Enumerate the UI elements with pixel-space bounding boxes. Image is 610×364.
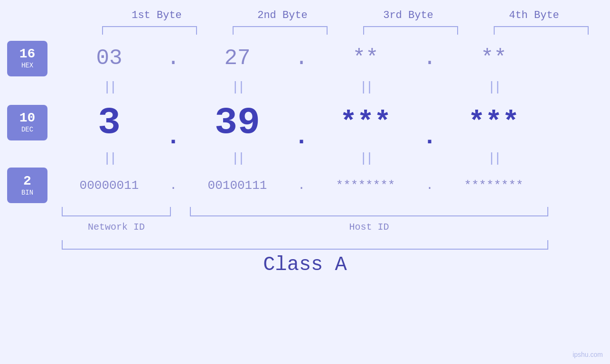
- rows-container: 16 HEX 03 . 27 .: [0, 37, 548, 279]
- col-header-2: 2nd Byte: [228, 9, 337, 21]
- class-bracket-row: [0, 239, 548, 251]
- class-label-container: Class A: [62, 253, 548, 276]
- equals-2-4: ||: [439, 151, 548, 166]
- equals-2-3: ||: [311, 151, 420, 166]
- dec-val-1: 3: [55, 101, 164, 144]
- top-bracket-4: [494, 26, 589, 35]
- dec-row: 10 DEC 3 . 39 .: [0, 96, 548, 149]
- equals-1-2: ||: [183, 80, 292, 94]
- dec-values: 3 . 39 . *** .: [55, 95, 548, 150]
- hex-badge: 16 HEX: [7, 41, 47, 76]
- bin-dot-1: .: [164, 178, 183, 193]
- main-container: 1st Byte 2nd Byte 3rd Byte 4th Byte 16 H…: [0, 0, 610, 364]
- column-headers: 1st Byte 2nd Byte 3rd Byte 4th Byte: [75, 9, 597, 21]
- bin-badge-container: 2 BIN: [0, 168, 55, 203]
- dec-val-4: ***: [439, 106, 548, 139]
- hex-dot-1: .: [164, 46, 183, 71]
- hex-val-3: **: [311, 46, 420, 71]
- dec-val-3: ***: [311, 106, 420, 139]
- hex-base-number: 16: [19, 47, 36, 61]
- equals-2-1: ||: [55, 151, 164, 166]
- hex-val-1: 03: [55, 46, 164, 71]
- equals-1-4: ||: [439, 80, 548, 94]
- dec-badge: 10 DEC: [7, 105, 47, 140]
- hex-dot-2: .: [292, 46, 311, 71]
- top-bracket-2: [233, 26, 328, 35]
- host-id-label: Host ID: [190, 222, 548, 233]
- id-labels-row: Network ID Host ID: [0, 217, 548, 236]
- col-header-1: 1st Byte: [102, 9, 211, 21]
- bin-base-name: BIN: [21, 189, 33, 196]
- hex-values: 03 . 27 . ** .: [55, 46, 548, 71]
- col-header-3: 3rd Byte: [354, 9, 463, 21]
- dec-base-name: DEC: [21, 126, 33, 133]
- equals-1-1: ||: [55, 80, 164, 94]
- hex-badge-container: 16 HEX: [0, 41, 55, 76]
- bin-dot-3: .: [420, 178, 439, 193]
- equals-row-2: || || || ||: [0, 149, 548, 168]
- network-id-label: Network ID: [62, 222, 171, 233]
- class-label-row: Class A: [0, 251, 548, 279]
- equals-values-2: || || || ||: [55, 151, 548, 166]
- bin-badge: 2 BIN: [7, 168, 47, 203]
- top-bracket-3: [363, 26, 458, 35]
- bin-val-3: ********: [311, 178, 420, 193]
- id-labels: Network ID Host ID: [62, 222, 548, 233]
- hex-base-name: HEX: [21, 62, 33, 69]
- top-brackets: [84, 26, 607, 35]
- bin-dot-2: .: [292, 178, 311, 193]
- dec-dot-1: .: [164, 95, 183, 150]
- bottom-brackets: [62, 207, 548, 216]
- bin-val-2: 00100111: [183, 178, 292, 193]
- hex-row: 16 HEX 03 . 27 .: [0, 39, 548, 77]
- bin-val-4: ********: [439, 178, 548, 193]
- hex-val-2: 27: [183, 46, 292, 71]
- bottom-brackets-row: [0, 205, 548, 217]
- bin-row: 2 BIN 00000011 . 00100111 .: [0, 168, 548, 203]
- class-label: Class A: [263, 253, 347, 276]
- hex-val-4: **: [439, 46, 548, 71]
- content-wrapper: 16 HEX 03 . 27 .: [0, 37, 610, 279]
- host-id-bracket: [190, 207, 548, 216]
- bin-values: 00000011 . 00100111 . ********: [55, 178, 548, 193]
- class-bracket: [62, 240, 548, 250]
- dec-base-number: 10: [19, 112, 36, 125]
- top-bracket-1: [102, 26, 197, 35]
- dec-dot-3: .: [420, 95, 439, 150]
- dec-dot-2: .: [292, 95, 311, 150]
- hex-dot-3: .: [420, 46, 439, 71]
- bin-val-1: 00000011: [55, 178, 164, 193]
- dec-val-2: 39: [183, 101, 292, 144]
- equals-2-2: ||: [183, 151, 292, 166]
- watermark: ipshu.com: [572, 351, 603, 358]
- equals-row-1: || || || ||: [0, 77, 548, 96]
- col-header-4: 4th Byte: [479, 9, 589, 21]
- bin-base-number: 2: [23, 175, 31, 188]
- equals-values-1: || || || ||: [55, 80, 548, 94]
- equals-1-3: ||: [311, 80, 420, 94]
- network-id-bracket: [62, 207, 171, 216]
- dec-badge-container: 10 DEC: [0, 105, 55, 140]
